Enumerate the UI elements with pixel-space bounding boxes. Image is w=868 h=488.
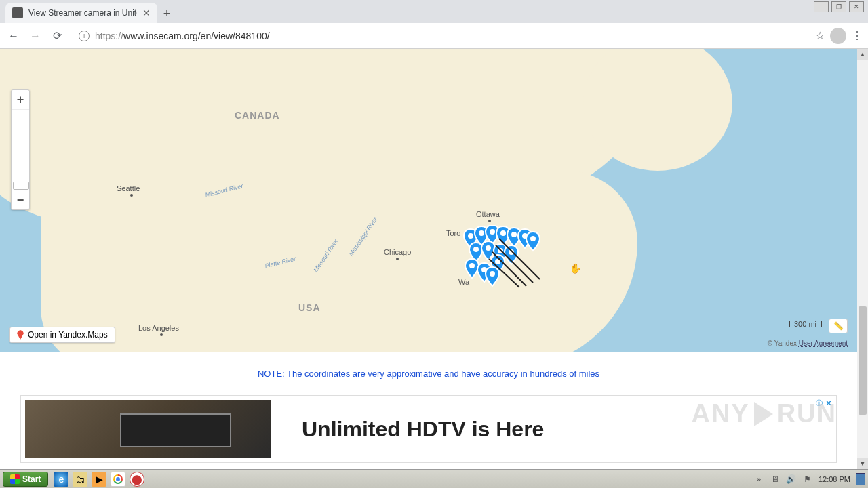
map[interactable]: CANADA USA Seattle Ottawa Toro Chicago L… [0, 49, 857, 352]
anyrun-watermark: ANY RUN [691, 399, 837, 428]
close-window-icon[interactable]: ✕ [849, 1, 864, 12]
taskbar-media-icon[interactable]: ▶ [92, 472, 106, 487]
user-agreement-link[interactable]: User Agreement [799, 340, 848, 347]
scrollbar-thumb[interactable] [859, 306, 867, 415]
windows-logo-icon [10, 474, 20, 484]
page-content: CANADA USA Seattle Ottawa Toro Chicago L… [0, 49, 857, 469]
reload-button[interactable]: ⟳ [49, 28, 65, 44]
site-info-icon[interactable]: i [79, 30, 90, 41]
zoom-in-button[interactable]: + [12, 90, 29, 109]
zoom-controls: + − [11, 89, 30, 210]
zoom-out-button[interactable]: − [12, 190, 29, 209]
new-tab-button[interactable]: + [157, 4, 176, 23]
city-seattle: Seattle [117, 184, 140, 192]
map-label-usa: USA [298, 302, 321, 313]
tray-clock[interactable]: 12:08 PM [818, 475, 850, 483]
taskbar-explorer-icon[interactable]: 🗂 [73, 472, 87, 487]
play-icon [754, 402, 773, 426]
tray-flag-icon[interactable]: ⚑ [802, 474, 813, 485]
tray-volume-icon[interactable]: 🔊 [786, 474, 797, 485]
city-la: Los Angeles [138, 324, 179, 332]
back-button[interactable]: ← [5, 28, 22, 44]
scroll-up-icon[interactable]: ▲ [857, 49, 868, 60]
minimize-window-icon[interactable]: — [814, 1, 829, 12]
taskbar-ie-icon[interactable]: e [54, 472, 68, 487]
marker-cluster[interactable] [458, 225, 547, 300]
city-chicago: Chicago [384, 248, 411, 256]
vertical-scrollbar[interactable]: ▲ ▼ [857, 49, 868, 469]
map-attribution: © Yandex User Agreement [768, 340, 848, 347]
address-bar: ← → ⟳ i https://www.insecam.org/en/view/… [0, 23, 868, 49]
tab-close-icon[interactable]: ✕ [142, 7, 151, 18]
open-in-yandex-button[interactable]: Open in Yandex.Maps [9, 327, 115, 343]
city-ottawa: Ottawa [476, 210, 500, 218]
bookmark-star-icon[interactable]: ☆ [815, 29, 825, 42]
taskbar: Start e 🗂 ▶ ⬤ » 🖥 🔊 ⚑ 12:08 PM [0, 469, 868, 488]
cursor-hand-icon: ✋ [570, 263, 581, 274]
favicon-icon [12, 7, 23, 18]
maximize-window-icon[interactable]: ❐ [831, 1, 846, 12]
url-text: https://www.insecam.org/en/view/848100/ [95, 30, 270, 41]
tray-network-icon[interactable]: 🖥 [770, 474, 781, 485]
system-tray: » 🖥 🔊 ⚑ 12:08 PM [753, 473, 865, 485]
map-label-canada: CANADA [235, 110, 280, 121]
url-field[interactable]: i https://www.insecam.org/en/view/848100… [71, 26, 810, 45]
zoom-slider[interactable] [12, 109, 29, 190]
show-desktop-button[interactable] [856, 473, 865, 485]
pin-icon [17, 330, 24, 340]
scroll-down-icon[interactable]: ▼ [857, 458, 868, 469]
scale-bar: 300 mi [789, 320, 822, 328]
taskbar-chrome-icon[interactable] [111, 472, 125, 487]
ruler-button[interactable]: 📏 [829, 319, 848, 333]
tray-expand-icon[interactable]: » [753, 474, 764, 485]
profile-avatar[interactable] [830, 28, 846, 44]
browser-tab[interactable]: View Streamer camera in United Stat ✕ [5, 3, 157, 23]
coordinates-note: NOTE: The coordinates are very approxima… [0, 352, 857, 395]
taskbar-stop-icon[interactable]: ⬤ [130, 472, 144, 487]
tab-bar: View Streamer camera in United Stat ✕ + [0, 0, 868, 23]
forward-button: → [27, 28, 43, 44]
tab-title: View Streamer camera in United Stat [28, 8, 137, 18]
ad-headline: Unlimited HDTV is Here [302, 417, 544, 442]
browser-menu-icon[interactable]: ⋮ [852, 29, 863, 42]
start-button[interactable]: Start [3, 472, 48, 487]
ad-image [25, 400, 271, 458]
